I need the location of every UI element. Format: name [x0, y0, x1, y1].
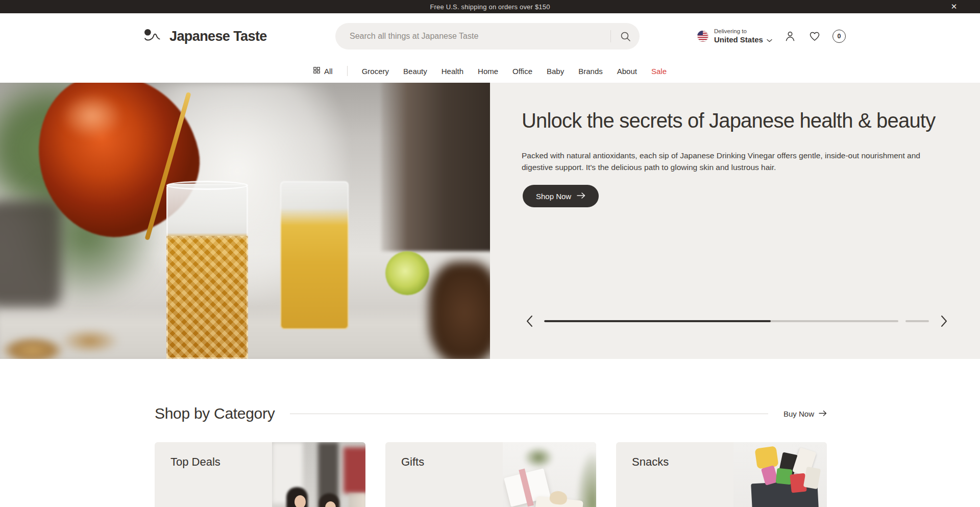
nav-divider [347, 66, 348, 76]
nav-item-brands[interactable]: Brands [578, 67, 603, 76]
card-label: Gifts [385, 442, 424, 507]
announcement-text: Free U.S. shipping on orders over $150 [430, 3, 550, 11]
carousel-progress-fill [544, 320, 771, 322]
carousel-progress-track[interactable] [544, 320, 898, 322]
category-section-header: Shop by Category Buy Now [155, 402, 827, 425]
card-label: Snacks [616, 442, 669, 507]
nav-item-grocery[interactable]: Grocery [362, 67, 389, 76]
category-section: Shop by Category Buy Now Top Deals [155, 402, 827, 507]
search-input[interactable] [335, 23, 610, 50]
us-flag-icon [697, 31, 708, 42]
announcement-bar: Free U.S. shipping on orders over $150 ✕ [0, 0, 980, 13]
hero-content: Unlock the secrets of Japanese health & … [490, 83, 980, 359]
hero-description: Packed with natural antioxidants, each s… [522, 150, 938, 174]
shop-now-label: Shop Now [536, 192, 571, 201]
delivery-label: Delivering to [714, 28, 772, 35]
logo-mark-icon [144, 28, 164, 45]
delivery-selector[interactable]: Delivering to United States [697, 28, 772, 45]
category-card-gifts[interactable]: Gifts [385, 442, 596, 507]
main-nav: All Grocery Beauty Health Home Office Ba… [0, 59, 980, 83]
category-cards: Top Deals Gifts [155, 442, 827, 507]
hero-carousel: Unlock the secrets of Japanese health & … [0, 83, 980, 359]
arrow-right-icon [577, 192, 585, 201]
section-title: Shop by Category [155, 405, 275, 422]
shop-now-button[interactable]: Shop Now [523, 185, 599, 207]
page: Free U.S. shipping on orders over $150 ✕… [0, 0, 980, 507]
header-actions: Delivering to United States [697, 13, 846, 59]
card-label: Top Deals [155, 442, 220, 507]
nav-item-office[interactable]: Office [512, 67, 532, 76]
hero-title: Unlock the secrets of Japanese health & … [522, 109, 945, 132]
site-header: Japanese Taste Delivering to United Stat… [0, 13, 980, 59]
carousel-prev-icon[interactable] [523, 313, 536, 329]
search-icon[interactable] [611, 23, 640, 50]
nav-item-baby[interactable]: Baby [547, 67, 564, 76]
top-deals-image [272, 442, 365, 507]
logo[interactable]: Japanese Taste [144, 28, 267, 45]
nav-item-home[interactable]: Home [478, 67, 498, 76]
nav-item-all[interactable]: All [313, 66, 333, 76]
category-card-top-deals[interactable]: Top Deals [155, 442, 365, 507]
nav-item-about[interactable]: About [617, 67, 637, 76]
buy-now-label: Buy Now [783, 409, 814, 418]
hero-image [0, 83, 490, 359]
nav-item-beauty[interactable]: Beauty [403, 67, 427, 76]
carousel-controls [523, 313, 950, 329]
arrow-right-icon [819, 409, 827, 418]
logo-text: Japanese Taste [169, 29, 267, 44]
cart-count-badge: 0 [832, 30, 846, 43]
cart-button[interactable]: 0 [832, 30, 846, 43]
chevron-down-icon [767, 35, 772, 45]
close-icon[interactable]: ✕ [947, 0, 961, 13]
wishlist-heart-icon[interactable] [808, 30, 821, 43]
delivery-text: Delivering to United States [714, 28, 772, 45]
nav-item-sale[interactable]: Sale [651, 67, 667, 76]
snacks-image [733, 442, 827, 507]
carousel-progress-segment-2[interactable] [905, 320, 929, 322]
category-card-snacks[interactable]: Snacks [616, 442, 827, 507]
carousel-next-icon[interactable] [937, 313, 950, 329]
delivery-country: United States [714, 35, 763, 45]
grid-icon [313, 66, 320, 76]
search-bar [335, 23, 640, 50]
account-icon[interactable] [783, 30, 797, 43]
section-divider [290, 414, 768, 414]
gifts-image [503, 442, 596, 507]
buy-now-link[interactable]: Buy Now [783, 409, 827, 418]
nav-item-health[interactable]: Health [442, 67, 463, 76]
